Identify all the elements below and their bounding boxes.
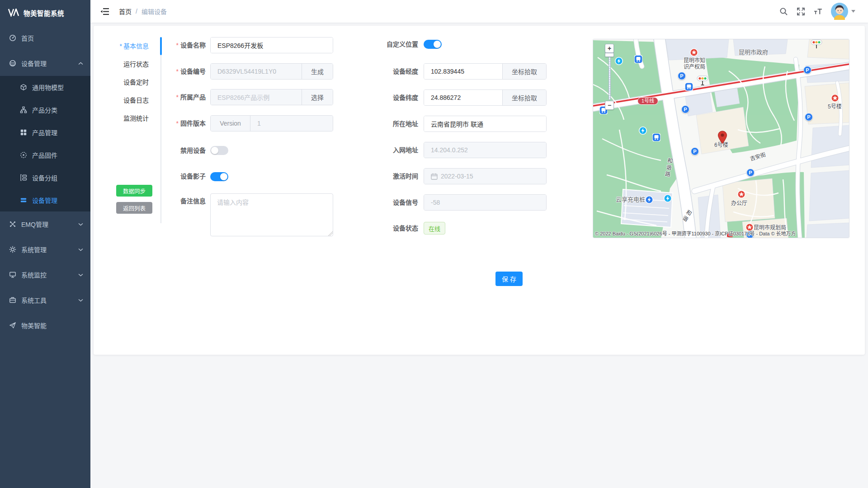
charging-station-icon: [664, 194, 672, 202]
parking-icon: P: [681, 105, 689, 113]
search-icon[interactable]: [779, 7, 788, 16]
poi-star-icon: [831, 94, 839, 102]
chevron-down-icon: [78, 248, 83, 251]
custom-location-label: 自定义位置: [359, 38, 418, 51]
device-no-input: D6329VL54419L1Y0 生成: [210, 63, 333, 80]
logo[interactable]: 物美智能系统: [0, 0, 90, 25]
parking-icon: P: [678, 72, 686, 80]
baidu-map[interactable]: + − P P P P P P P: [593, 39, 849, 238]
group-list-icon: [20, 174, 27, 181]
sidebar-item-system-monitor[interactable]: 系统监控: [0, 262, 90, 287]
chevron-down-icon: [78, 273, 83, 277]
tab-required-mark: *: [120, 42, 122, 50]
tab-monitor-stats[interactable]: 监测统计: [109, 109, 156, 127]
device-list-icon: [20, 197, 27, 204]
map-label-office: 办公厅: [731, 199, 747, 206]
device-no-label: *设备编号: [151, 63, 206, 80]
font-size-icon[interactable]: [814, 7, 822, 16]
calendar-icon: [431, 173, 438, 180]
tab-run-status[interactable]: 运行状态: [109, 55, 156, 73]
rssi-label: 设备信号: [359, 194, 418, 211]
select-product-button[interactable]: 选择: [302, 89, 333, 105]
sidebar-collapse-icon[interactable]: [100, 8, 109, 15]
remark-textarea[interactable]: 请输入内容: [210, 193, 333, 236]
bus-stop-icon: [634, 55, 642, 63]
sidebar-item-device-group[interactable]: 设备分组: [0, 166, 90, 189]
sidebar-item-device-management-sub[interactable]: 设备管理: [0, 189, 90, 211]
data-sync-button[interactable]: 数据同步: [116, 185, 152, 197]
traffic-light-icon: [697, 75, 708, 86]
fullscreen-icon[interactable]: [797, 7, 805, 16]
poi-star-icon: [737, 190, 745, 198]
tab-device-timer[interactable]: 设备定时: [109, 73, 156, 91]
parking-icon: P: [746, 169, 755, 177]
sidebar-item-home[interactable]: 首页: [0, 25, 90, 51]
cube-icon: [20, 84, 27, 91]
longitude-label: 设备经度: [359, 63, 418, 80]
status-badge: 在线: [424, 222, 445, 235]
user-menu[interactable]: [831, 3, 855, 20]
sidebar-item-system-tools[interactable]: 系统工具: [0, 287, 90, 313]
map-label-government: 昆明市政府: [739, 47, 768, 56]
sidebar-item-wumei[interactable]: 物美智能: [0, 313, 90, 338]
address-input[interactable]: 云南省昆明市 联通: [424, 116, 547, 132]
chevron-down-icon: [78, 299, 83, 302]
ip-input: 14.204.0.252: [424, 142, 547, 158]
map-zoom-in-button[interactable]: +: [605, 44, 614, 53]
parking-icon: P: [805, 113, 813, 121]
disable-device-toggle[interactable]: [210, 146, 228, 155]
device-management-submenu: 通用物模型 产品分类 产品管理 产品固件: [0, 76, 90, 211]
dashboard-icon: [9, 34, 16, 42]
sidebar-item-thing-model[interactable]: 通用物模型: [0, 76, 90, 99]
bus-stop-icon: [652, 133, 660, 141]
device-name-input[interactable]: ESP8266开发板: [210, 37, 333, 53]
firmware-input: Version 1: [210, 115, 333, 131]
disable-device-label: 禁用设备: [151, 144, 206, 157]
generate-button[interactable]: 生成: [302, 64, 333, 79]
device-shadow-toggle[interactable]: [210, 172, 228, 181]
longitude-input[interactable]: 102.839445 坐标拾取: [424, 63, 547, 80]
sidebar-item-emq[interactable]: EMQ管理: [0, 211, 90, 237]
map-label-charging: 云享充电桩: [616, 195, 645, 203]
firmware-prefix: Version: [211, 116, 250, 131]
breadcrumb: 首页 / 编辑设备: [119, 7, 167, 16]
sidebar-item-product-category[interactable]: 产品分类: [0, 99, 90, 121]
map-zoom-track[interactable]: [609, 55, 611, 100]
pick-longitude-button[interactable]: 坐标拾取: [502, 64, 546, 79]
grid-icon: [20, 129, 27, 136]
gear-icon: [9, 246, 16, 253]
app-title: 物美智能系统: [24, 8, 64, 18]
product-input: ESP8266产品示例 选择: [210, 89, 333, 105]
charging-station-icon: [615, 57, 623, 65]
back-to-list-button[interactable]: 返回列表: [116, 202, 152, 214]
active-time-label: 激活时间: [359, 168, 418, 184]
latitude-label: 设备纬度: [359, 89, 418, 106]
toolbox-icon: [9, 296, 16, 304]
latitude-input[interactable]: 24.886272 坐标拾取: [424, 89, 547, 106]
map-zoom-slider[interactable]: [605, 53, 614, 57]
custom-location-toggle[interactable]: [424, 40, 442, 49]
poi-star-icon: [690, 48, 698, 56]
rssi-input: -58: [424, 194, 547, 211]
pick-latitude-button[interactable]: 坐标拾取: [502, 90, 546, 105]
device-location-pin: [717, 131, 727, 144]
sidebar-item-product-management[interactable]: 产品管理: [0, 121, 90, 144]
tab-device-log[interactable]: 设备日志: [109, 91, 156, 109]
globe-layers-icon: [9, 60, 16, 67]
save-button[interactable]: 保 存: [495, 272, 523, 286]
device-name-label: *设备名称: [151, 37, 206, 53]
map-zoom-out-button[interactable]: −: [605, 101, 614, 110]
remark-label: 备注信息: [151, 197, 206, 206]
product-label: *所属产品: [151, 89, 206, 105]
sidebar-item-system-management[interactable]: 系统管理: [0, 237, 90, 262]
parking-icon: P: [691, 147, 699, 155]
bus-stop-icon: [685, 83, 693, 91]
top-navbar: 首页 / 编辑设备: [90, 0, 868, 23]
tab-basic-info[interactable]: *基本信息: [109, 37, 156, 55]
sidebar-item-product-firmware[interactable]: 产品固件: [0, 144, 90, 166]
breadcrumb-home[interactable]: 首页: [119, 7, 132, 16]
map-attribution: © 2022 Baidu - GS(2021)6026号 - 甲测资字11009…: [595, 230, 796, 237]
caret-down-icon: [851, 10, 855, 13]
charging-station-icon: [639, 127, 647, 135]
sidebar-item-device-management[interactable]: 设备管理: [0, 51, 90, 76]
